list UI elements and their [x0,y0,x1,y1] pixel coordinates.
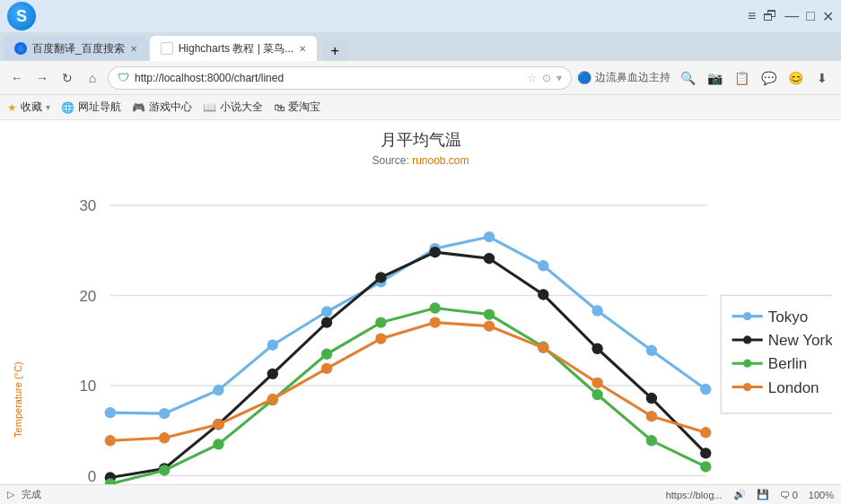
star-icon: ★ [7,101,17,114]
tab-bar: 百度翻译_百度搜索 ✕ Highcharts 教程 | 菜鸟... ✕ + [0,32,841,61]
london-dot-11 [700,427,711,438]
tab-close-baidu[interactable]: ✕ [130,44,137,54]
volume-icon: 🔊 [733,489,746,500]
london-dot-4 [321,363,332,374]
menu-icon[interactable]: ≡ [748,8,756,24]
legend-tokyo-label: Tokyo [768,308,808,326]
nav-label: 网址导航 [78,100,121,115]
tokyo-dot-3 [267,340,278,351]
emoji-button[interactable]: 😊 [784,66,807,90]
svg-text:30: 30 [79,197,96,214]
bookmark-nav[interactable]: 🌐 网址导航 [61,100,121,115]
games-label: 游戏中心 [149,100,192,115]
tokyo-dot-11 [700,384,711,395]
tab-highcharts[interactable]: Highcharts 教程 | 菜鸟... ✕ [150,36,317,61]
home-button[interactable]: ⌂ [83,68,102,88]
london-dot-1 [159,432,170,443]
ny-dot-10 [646,393,657,404]
berlin-dot-1 [159,465,170,475]
minimize-icon[interactable]: — [784,8,799,24]
novels-label: 小说大全 [220,100,263,115]
ny-dot-5 [375,272,386,282]
ny-line [110,252,705,477]
nav-bar: ← → ↻ ⌂ 🛡 http://localhost:8000/chart/li… [0,61,841,95]
back-button[interactable]: ← [7,68,27,88]
london-dot-7 [484,320,495,331]
shop-icon: 🛍 [274,101,285,114]
london-dot-5 [375,334,386,344]
new-tab-button[interactable]: + [322,41,347,61]
refresh-button[interactable]: ↻ [57,68,77,88]
game-icon: 🎮 [132,101,145,114]
download-button[interactable]: ⬇ [810,66,834,90]
favorites-dropdown[interactable]: ▾ [46,102,50,112]
legend-ny-label: New York [768,332,832,349]
tab-baidu[interactable]: 百度翻译_百度搜索 ✕ [4,36,148,61]
bing-icon: 🔵 [577,71,591,84]
chart-area: Temperature (°C) 30 [0,176,841,484]
more-icon[interactable]: ▾ [556,72,562,84]
tab-close-hc[interactable]: ✕ [299,44,306,54]
legend-berlin-label: Berlin [768,355,807,372]
legend-berlin-dot [743,360,751,368]
london-dot-9 [591,378,602,388]
berlin-dot-9 [591,389,602,400]
bookmarks-bar: ★ 收藏 ▾ 🌐 网址导航 🎮 游戏中心 📖 小说大全 🛍 爱淘宝 [0,95,841,120]
tab-favicon-hc [161,42,173,55]
browser-logo: S [7,2,36,30]
legend-london-dot [743,383,751,391]
london-dot-0 [105,435,116,446]
url-preview: https://blog... [666,490,723,500]
london-dot-2 [213,419,223,430]
forward-button[interactable]: → [32,68,52,88]
berlin-dot-4 [321,349,332,360]
rss-icon[interactable]: ⊙ [542,72,551,84]
svg-text:0: 0 [88,468,96,484]
zoom-level: 100% [809,490,834,500]
berlin-dot-7 [484,308,495,319]
tab-label-baidu: 百度翻译_百度搜索 [32,41,125,56]
london-dot-6 [430,317,441,327]
close-icon[interactable]: ✕ [822,8,834,25]
taobao-label: 爱淘宝 [288,100,320,115]
storage-icon: 💾 [757,489,769,500]
london-dot-10 [646,411,657,421]
bookmark-games[interactable]: 🎮 游戏中心 [132,100,192,115]
bookmark-novels[interactable]: 📖 小说大全 [203,100,263,115]
chart-svg-wrapper: 30 20 10 0 −10 一月 二月 三月 四月 五月 六月 七月 八月 [27,176,832,484]
london-line [110,323,705,441]
svg-text:20: 20 [79,288,96,305]
tokyo-dot-7 [484,231,495,242]
chart-source: runoob.com [412,154,469,167]
book-icon: 📖 [203,101,216,114]
berlin-dot-2 [213,439,223,449]
bookmark-taobao[interactable]: 🛍 爱淘宝 [274,100,320,115]
favorites-label: 收藏 [21,100,42,115]
restore-icon[interactable]: 🗗 [763,8,777,24]
tokyo-dot-2 [213,385,223,395]
sidebar-button[interactable]: 📋 [730,66,753,90]
chat-button[interactable]: 💬 [757,66,780,90]
tab-label-hc: Highcharts 教程 | 菜鸟... [179,41,293,56]
maximize-icon[interactable]: □ [806,8,815,24]
ny-dot-11 [700,448,711,458]
chart-title: 月平均气温 [381,129,461,151]
berlin-dot-5 [375,317,386,327]
address-bar[interactable]: 🛡 http://localhost:8000/chart/lined ☆ ⊙ … [108,66,572,90]
legend-london-label: London [768,379,819,396]
bookmark-page-icon[interactable]: ☆ [527,72,537,84]
screenshot-button[interactable]: 📷 [703,66,726,90]
ny-dot-4 [321,317,332,327]
y-axis-label: Temperature (°C) [9,176,27,484]
status-bar: ▷ 完成 https://blog... 🔊 💾 🗨 0 100% [0,484,841,504]
chart-subtitle: Source: runoob.com [372,154,469,167]
bookmark-favorites[interactable]: ★ 收藏 ▾ [7,100,50,115]
chart-container: 月平均气温 Source: runoob.com Temperature (°C… [0,120,841,484]
search-button[interactable]: 🔍 [676,66,699,90]
tokyo-dot-0 [105,407,116,418]
comment-count: 🗨 0 [780,490,798,500]
security-icon: 🛡 [118,71,129,84]
page-content: 月平均气温 Source: runoob.com Temperature (°C… [0,120,841,484]
london-dot-8 [538,343,548,353]
tagline: 边流鼻血边主持 [595,70,670,85]
